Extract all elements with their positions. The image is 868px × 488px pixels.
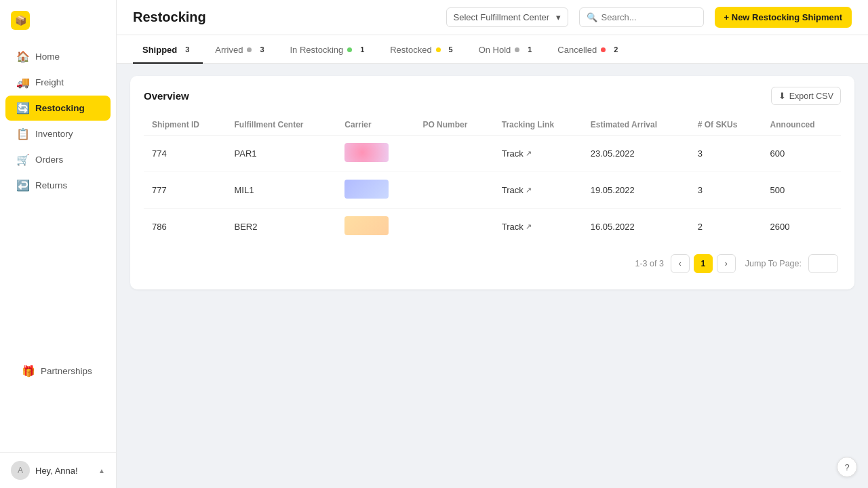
sidebar-item-orders[interactable]: 🛒 Orders (5, 147, 111, 172)
tab-cancelled-label: Cancelled (557, 45, 597, 55)
cell-carrier (336, 136, 414, 172)
search-box: 🔍 (579, 7, 704, 27)
export-csv-label: Export CSV (789, 92, 833, 101)
col-fulfillment-center: Fulfillment Center (226, 115, 337, 136)
cell-shipment-id: 777 (144, 172, 226, 209)
sidebar-logo: 📦 (0, 0, 116, 38)
tabs-bar: Shipped 3 Arrived 3 In Restocking 1 Rest… (117, 35, 868, 64)
jump-to-page-label: Jump To Page: (745, 259, 802, 268)
table-header: Shipment ID Fulfillment Center Carrier P… (144, 115, 841, 136)
tab-shipped[interactable]: Shipped 3 (133, 35, 203, 64)
in-restocking-dot (347, 47, 352, 52)
cell-skus: 3 (690, 136, 762, 172)
pagination-prev-button[interactable]: ‹ (671, 254, 690, 273)
table-row: 777 MIL1 Track ↗ 19.05.2022 3 500 (144, 172, 841, 209)
search-icon: 🔍 (587, 12, 597, 22)
external-link-icon: ↗ (526, 149, 532, 158)
tracking-link[interactable]: Track ↗ (502, 148, 532, 159)
on-hold-dot (515, 47, 519, 52)
cell-skus: 2 (690, 209, 762, 245)
cell-arrival: 19.05.2022 (583, 172, 690, 209)
table-row: 774 PAR1 Track ↗ 23.05.2022 3 600 (144, 136, 841, 172)
col-tracking-link: Tracking Link (494, 115, 583, 136)
external-link-icon: ↗ (526, 222, 532, 231)
cell-fulfillment: MIL1 (226, 172, 337, 209)
cell-skus: 3 (690, 172, 762, 209)
cancelled-dot (601, 47, 606, 52)
sidebar-item-freight[interactable]: 🚚 Freight (5, 70, 111, 95)
tab-in-restocking-badge: 1 (356, 43, 368, 56)
tab-on-hold[interactable]: On Hold 1 (469, 35, 546, 64)
sidebar-item-partnerships[interactable]: 🎁 Partnerships (11, 359, 105, 384)
cell-shipment-id: 774 (144, 136, 226, 172)
sidebar-item-returns[interactable]: ↩️ Returns (5, 173, 111, 198)
sidebar-navigation: 🏠 Home 🚚 Freight 🔄 Restocking 📋 Inventor… (0, 38, 116, 352)
cell-announced: 500 (762, 172, 841, 209)
overview-card: Overview ⬇ Export CSV Shipment ID Fulfil… (130, 76, 854, 289)
overview-title: Overview (144, 90, 189, 102)
arrived-dot (247, 47, 252, 52)
tab-arrived[interactable]: Arrived 3 (205, 35, 277, 64)
user-avatar: A (11, 461, 30, 480)
sidebar-item-label-home: Home (35, 52, 60, 62)
col-carrier: Carrier (336, 115, 414, 136)
home-icon: 🏠 (16, 50, 28, 63)
fulfillment-center-select[interactable]: Select Fulfillment Center ▾ (446, 7, 568, 27)
sidebar-item-label-orders: Orders (35, 155, 63, 165)
cell-tracking: Track ↗ (494, 172, 583, 209)
sidebar-item-label-returns: Returns (35, 180, 67, 190)
orders-icon: 🛒 (16, 153, 28, 166)
col-skus: # Of SKUs (690, 115, 762, 136)
sidebar-item-label-partnerships: Partnerships (41, 366, 92, 376)
tab-cancelled-badge: 2 (610, 43, 622, 56)
cell-po-number (414, 136, 493, 172)
sidebar-item-label-restocking: Restocking (35, 103, 85, 113)
sidebar-user-area[interactable]: A Hey, Anna! ▲ (0, 452, 116, 488)
tab-arrived-label: Arrived (215, 45, 243, 55)
cell-carrier (336, 172, 414, 209)
col-announced: Announced (762, 115, 841, 136)
partnerships-icon: 🎁 (22, 365, 34, 378)
cell-fulfillment: BER2 (226, 209, 337, 245)
jump-to-page-input[interactable] (808, 254, 838, 273)
tracking-link[interactable]: Track ↗ (502, 222, 532, 232)
pagination-next-button[interactable]: › (717, 254, 736, 273)
pagination-page-1-button[interactable]: 1 (694, 254, 713, 273)
pagination: 1-3 of 3 ‹ 1 › Jump To Page: (144, 245, 841, 276)
tracking-link[interactable]: Track ↗ (502, 185, 532, 195)
help-button[interactable]: ? (837, 457, 857, 477)
pagination-info: 1-3 of 3 (635, 259, 663, 268)
tab-cancelled[interactable]: Cancelled 2 (548, 35, 631, 64)
inventory-icon: 📋 (16, 127, 28, 140)
sidebar-item-restocking[interactable]: 🔄 Restocking (5, 96, 111, 121)
export-csv-button[interactable]: ⬇ Export CSV (771, 87, 841, 105)
sidebar: 📦 🏠 Home 🚚 Freight 🔄 Restocking 📋 Invent… (0, 0, 117, 488)
restocking-icon: 🔄 (16, 102, 28, 115)
new-restocking-shipment-button[interactable]: + New Restocking Shipment (715, 7, 852, 28)
main-area: Restocking Select Fulfillment Center ▾ 🔍… (117, 0, 868, 488)
fulfillment-select-placeholder: Select Fulfillment Center (454, 12, 550, 22)
cell-fulfillment: PAR1 (226, 136, 337, 172)
sidebar-item-home[interactable]: 🏠 Home (5, 44, 111, 69)
user-name: Hey, Anna! (35, 466, 93, 476)
chevron-up-icon: ▲ (98, 467, 105, 474)
search-input[interactable] (601, 12, 696, 22)
tab-shipped-label: Shipped (142, 45, 177, 55)
table-row: 786 BER2 Track ↗ 16.05.2022 2 2600 (144, 209, 841, 245)
sidebar-item-label-freight: Freight (35, 77, 64, 87)
col-shipment-id: Shipment ID (144, 115, 226, 136)
tab-restocked[interactable]: Restocked 5 (380, 35, 466, 64)
cell-tracking: Track ↗ (494, 136, 583, 172)
page-title: Restocking (133, 9, 435, 25)
cell-carrier (336, 209, 414, 245)
sidebar-item-inventory[interactable]: 📋 Inventory (5, 121, 111, 146)
tab-in-restocking[interactable]: In Restocking 1 (280, 35, 378, 64)
tab-in-restocking-label: In Restocking (290, 45, 343, 55)
cell-announced: 600 (762, 136, 841, 172)
col-po-number: PO Number (414, 115, 493, 136)
cell-po-number (414, 209, 493, 245)
sidebar-item-label-inventory: Inventory (35, 129, 73, 139)
tab-restocked-label: Restocked (390, 45, 431, 55)
main-content: Overview ⬇ Export CSV Shipment ID Fulfil… (117, 64, 868, 488)
restocked-dot (436, 47, 441, 52)
